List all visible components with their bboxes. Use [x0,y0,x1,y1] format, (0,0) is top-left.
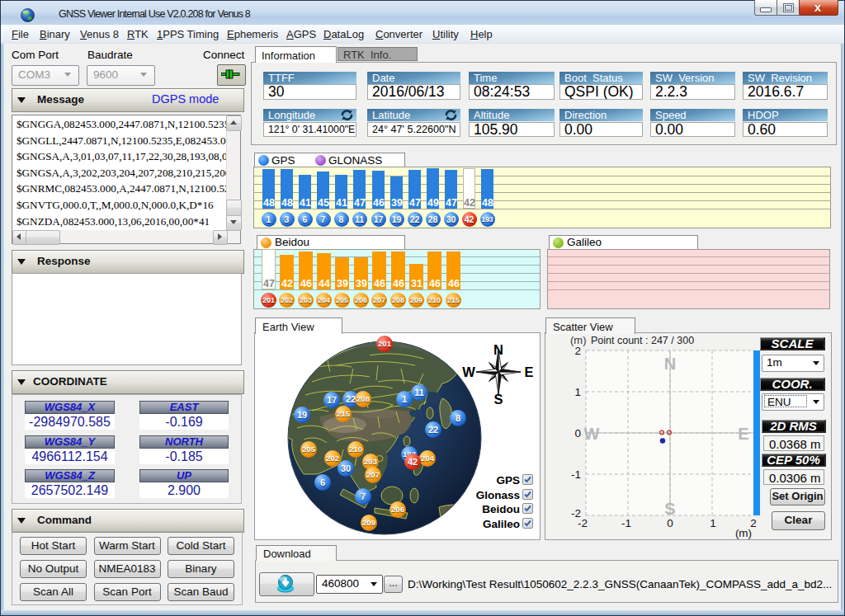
svg-text:(m): (m) [735,527,752,539]
svg-text:S: S [664,500,675,518]
svg-text:N: N [664,355,676,373]
svg-text:1: 1 [574,386,581,398]
svg-text:W: W [462,364,475,379]
svg-text:0: 0 [667,517,673,529]
svg-text:0: 0 [574,427,581,440]
svg-text:E: E [524,364,533,379]
svg-text:S: S [493,392,503,407]
svg-text:E: E [738,425,748,443]
svg-text:-1: -1 [571,468,581,481]
svg-text:2: 2 [574,345,581,357]
svg-text:1: 1 [710,517,716,529]
svg-text:-2: -2 [578,517,588,529]
svg-text:W: W [584,425,600,443]
svg-text:-1: -1 [621,517,631,529]
svg-text:N: N [493,342,503,357]
